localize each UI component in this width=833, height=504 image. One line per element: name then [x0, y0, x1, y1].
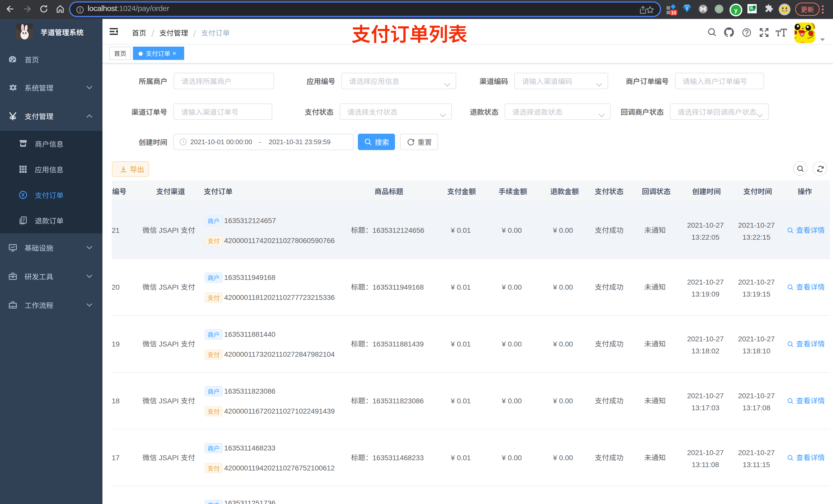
- svg-text:￥: ￥: [21, 191, 25, 198]
- svg-text:10: 10: [671, 10, 676, 15]
- svg-text:y: y: [734, 7, 738, 14]
